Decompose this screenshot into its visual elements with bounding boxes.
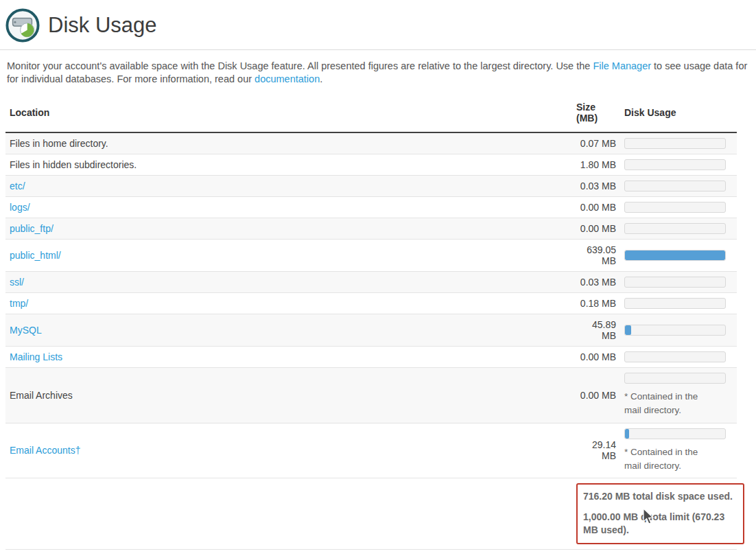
size-value: 0.00 MB bbox=[572, 197, 620, 218]
intro-part1: Monitor your account's available space w… bbox=[7, 60, 593, 71]
size-value: 0.03 MB bbox=[572, 272, 620, 293]
size-value: 639.05 MB bbox=[572, 240, 620, 272]
disk-usage-bar bbox=[624, 159, 726, 170]
disk-usage-icon bbox=[5, 8, 40, 43]
intro-part3: for individual databases. For more infor… bbox=[7, 73, 255, 84]
table-row: Mailing Lists 0.00 MB bbox=[5, 347, 737, 368]
column-header-disk-usage: Disk Usage bbox=[620, 93, 737, 132]
size-value: 0.00 MB bbox=[572, 218, 620, 240]
location-label: Files in hidden subdirectories. bbox=[10, 159, 137, 170]
table-row: Files in hidden subdirectories. 1.80 MB bbox=[5, 154, 737, 176]
table-row: logs/ 0.00 MB bbox=[5, 197, 737, 218]
documentation-link[interactable]: documentation bbox=[255, 73, 320, 84]
location-link[interactable]: ssl/ bbox=[10, 277, 24, 288]
location-link[interactable]: public_ftp/ bbox=[10, 223, 54, 234]
size-value: 45.89 MB bbox=[572, 314, 620, 347]
mail-directory-note: * Contained in the mail directory. bbox=[624, 445, 713, 474]
column-header-location: Location bbox=[5, 93, 572, 132]
table-row: Email Accounts† 29.14 MB * Contained in … bbox=[5, 423, 737, 478]
location-link[interactable]: Email Accounts† bbox=[10, 445, 81, 456]
disk-usage-bar bbox=[624, 325, 726, 336]
disk-usage-bar bbox=[624, 428, 726, 439]
table-row: Files in home directory. 0.07 MB bbox=[5, 132, 737, 154]
table-row: ssl/ 0.03 MB bbox=[5, 272, 737, 293]
intro-part4: . bbox=[320, 73, 322, 84]
location-label: Files in home directory. bbox=[10, 138, 108, 149]
size-value: 29.14 MB bbox=[572, 423, 620, 478]
disk-usage-bar bbox=[624, 351, 726, 362]
table-header-row: Location Size (MB) Disk Usage bbox=[5, 93, 737, 132]
location-link[interactable]: etc/ bbox=[10, 181, 25, 191]
file-manager-link[interactable]: File Manager bbox=[593, 60, 651, 71]
location-label: Email Archives bbox=[10, 390, 73, 401]
size-value: 0.00 MB bbox=[572, 368, 620, 423]
quota-summary-box: 716.20 MB total disk space used. 1,000.0… bbox=[576, 483, 744, 544]
size-value: 0.00 MB bbox=[572, 347, 620, 368]
table-row: public_ftp/ 0.00 MB bbox=[5, 218, 737, 240]
location-link[interactable]: MySQL bbox=[10, 325, 42, 336]
size-value: 0.18 MB bbox=[572, 293, 620, 314]
quota-limit-text: 1,000.00 MB quota limit (670.23 MB used)… bbox=[583, 511, 737, 537]
disk-usage-table: Location Size (MB) Disk Usage Files in h… bbox=[5, 93, 737, 550]
table-row: public_html/ 639.05 MB bbox=[5, 240, 737, 272]
summary-row: 716.20 MB total disk space used. 1,000.0… bbox=[5, 478, 737, 550]
disk-usage-bar-fill bbox=[625, 429, 629, 439]
intro-text: Monitor your account's available space w… bbox=[7, 60, 749, 85]
column-header-size: Size (MB) bbox=[572, 93, 620, 132]
disk-usage-bar bbox=[624, 298, 726, 309]
size-value: 0.07 MB bbox=[572, 132, 620, 154]
disk-usage-bar bbox=[624, 202, 726, 213]
disk-usage-bar bbox=[624, 223, 726, 234]
table-row: Email Archives 0.00 MB * Contained in th… bbox=[5, 368, 737, 423]
location-link[interactable]: logs/ bbox=[10, 202, 30, 213]
disk-usage-bar bbox=[624, 138, 726, 149]
mail-directory-note: * Contained in the mail directory. bbox=[624, 390, 713, 418]
page-title: Disk Usage bbox=[48, 13, 157, 38]
table-row: etc/ 0.03 MB bbox=[5, 176, 737, 197]
disk-usage-bar bbox=[624, 373, 726, 384]
disk-usage-bar bbox=[624, 181, 726, 191]
page-header: Disk Usage bbox=[0, 0, 756, 50]
size-value: 0.03 MB bbox=[572, 176, 620, 197]
disk-usage-bar-fill bbox=[625, 325, 631, 335]
location-link[interactable]: Mailing Lists bbox=[10, 351, 62, 362]
size-value: 1.80 MB bbox=[572, 154, 620, 176]
intro-part2: to see usage data for bbox=[651, 60, 747, 71]
table-row: tmp/ 0.18 MB bbox=[5, 293, 737, 314]
location-link[interactable]: public_html/ bbox=[10, 250, 61, 261]
table-row: MySQL 45.89 MB bbox=[5, 314, 737, 347]
disk-usage-bar-fill bbox=[625, 251, 725, 260]
total-disk-used-text: 716.20 MB total disk space used. bbox=[583, 490, 737, 504]
disk-usage-bar bbox=[624, 277, 726, 288]
disk-usage-bar bbox=[624, 250, 726, 261]
location-link[interactable]: tmp/ bbox=[10, 298, 28, 309]
